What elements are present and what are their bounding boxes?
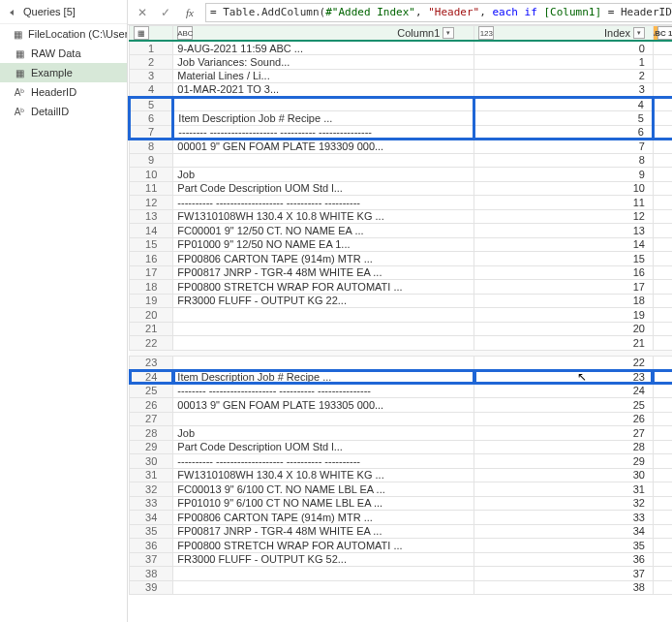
formula-input[interactable]: = Table.AddColumn(#"Added Index", "Heade…	[205, 3, 672, 22]
table-row[interactable]: 32 FC00013 9" 6/100 CT. NO NAME LBL EA .…	[130, 482, 673, 497]
cell-header[interactable]: null	[653, 55, 672, 70]
cell-index[interactable]: 23	[474, 370, 654, 385]
row-number[interactable]: 35	[130, 524, 173, 539]
row-number[interactable]: 37	[130, 552, 173, 567]
table-row[interactable]: 19-AUG-2021 11:59 ABC ...0null	[130, 41, 673, 55]
cell-column1[interactable]: -------- ------------------- ---------- …	[173, 125, 474, 140]
cell-index[interactable]: 27	[474, 426, 654, 441]
index-filter-icon[interactable]: ▾	[633, 27, 645, 39]
row-number[interactable]: 5	[130, 97, 173, 111]
cell-column1[interactable]: 00001 9" GEN FOAM PLATE 193309 000...	[173, 140, 474, 154]
cell-column1[interactable]: Part Code Description UOM Std l...	[173, 440, 474, 454]
row-number[interactable]: 27	[130, 412, 173, 426]
cell-index[interactable]: 13	[474, 224, 654, 238]
row-number[interactable]: 16	[130, 252, 173, 266]
row-number[interactable]: 12	[130, 196, 173, 210]
cell-column1[interactable]: Job	[173, 426, 474, 441]
table-row[interactable]: 10 Job9null	[130, 168, 673, 182]
cell-header[interactable]: null	[653, 265, 672, 280]
row-number[interactable]: 19	[130, 294, 173, 308]
cell-header[interactable]: 23	[653, 370, 672, 385]
cell-header[interactable]: null	[653, 336, 672, 351]
cell-column1[interactable]: ---------- ------------------- ---------…	[173, 454, 474, 469]
cell-column1[interactable]: FP00800 STRETCH WRAP FOR AUTOMATI ...	[173, 539, 474, 553]
cell-index[interactable]: 8	[474, 153, 654, 168]
table-row[interactable]: 2726null	[130, 412, 673, 426]
cell-column1[interactable]: 9-AUG-2021 11:59 ABC ...	[173, 41, 474, 55]
row-number[interactable]: 28	[130, 426, 173, 441]
row-number[interactable]: 22	[130, 336, 173, 351]
table-row[interactable]: 15 FP01000 9" 12/50 NO NAME EA 1...14nul…	[130, 237, 673, 252]
cell-column1[interactable]: FW1310108WH 130.4 X 10.8 WHITE KG ...	[173, 209, 474, 224]
table-row[interactable]: 25-------- ------------------- ---------…	[130, 384, 673, 398]
cell-index[interactable]: 1	[474, 55, 654, 70]
row-number[interactable]: 31	[130, 468, 173, 482]
cell-column1[interactable]: 00013 9" GEN FOAM PLATE 193305 000...	[173, 398, 474, 413]
cell-index[interactable]: 12	[474, 209, 654, 224]
query-item[interactable]: AᵇDetailID	[0, 102, 127, 121]
cell-column1[interactable]	[173, 412, 474, 426]
cell-column1[interactable]	[173, 356, 474, 370]
cell-index[interactable]: 35	[474, 539, 654, 553]
cell-column1[interactable]	[173, 336, 474, 351]
cell-header[interactable]: null	[653, 224, 672, 238]
cell-header[interactable]: null	[653, 412, 672, 426]
cell-column1[interactable]: FW1310108WH 130.4 X 10.8 WHITE KG ...	[173, 468, 474, 482]
cell-index[interactable]: 5	[474, 111, 654, 126]
cell-header[interactable]: null	[653, 294, 672, 308]
cell-index[interactable]: 19	[474, 308, 654, 323]
query-item[interactable]: ▦Example	[0, 63, 127, 82]
cell-header[interactable]: null	[653, 468, 672, 482]
row-number[interactable]: 29	[130, 440, 173, 454]
cell-column1[interactable]: FP00800 STRETCH WRAP FOR AUTOMATI ...	[173, 280, 474, 295]
row-number[interactable]: 36	[130, 539, 173, 553]
cell-index[interactable]: 28	[474, 440, 654, 454]
table-row[interactable]: 33 FP01010 9" 6/100 CT NO NAME LBL EA ..…	[130, 496, 673, 511]
cell-header[interactable]: null	[653, 196, 672, 210]
cell-header[interactable]: null	[653, 356, 672, 370]
column-header-header[interactable]: ABC 123 Header ▾	[653, 26, 672, 42]
table-row[interactable]: 28 Job27null	[130, 426, 673, 441]
cell-index[interactable]: 30	[474, 468, 654, 482]
cell-header[interactable]: null	[653, 482, 672, 497]
table-row[interactable]: 11 Part Code Description UOM Std l...10n…	[130, 181, 673, 196]
table-row[interactable]: 54null	[130, 97, 673, 111]
cell-header[interactable]: null	[653, 384, 672, 398]
cell-index[interactable]: 11	[474, 196, 654, 210]
cell-index[interactable]: 31	[474, 482, 654, 497]
cell-header[interactable]: null	[653, 426, 672, 441]
table-row[interactable]: 19 FR3000 FLUFF - OUTPUT KG 22...18null	[130, 294, 673, 308]
row-number[interactable]: 7	[130, 125, 173, 140]
cell-header[interactable]: null	[653, 322, 672, 336]
table-row[interactable]: 24Item Description Job # Recipe ...2323	[130, 370, 673, 385]
cell-header[interactable]: null	[653, 69, 672, 83]
row-number[interactable]: 1	[130, 41, 173, 55]
row-number[interactable]: 17	[130, 265, 173, 280]
cell-header[interactable]: null	[653, 209, 672, 224]
table-row[interactable]: 30 ---------- ------------------- ------…	[130, 454, 673, 469]
cell-column1[interactable]: FR3000 FLUFF - OUTPUT KG 22...	[173, 294, 474, 308]
cell-header[interactable]: null	[653, 237, 672, 252]
formula-accept-icon[interactable]: ✓	[157, 4, 174, 21]
table-row[interactable]: 2600013 9" GEN FOAM PLATE 193305 000...2…	[130, 398, 673, 413]
row-number[interactable]: 38	[130, 567, 173, 581]
cell-column1[interactable]: FP00806 CARTON TAPE (914m) MTR ...	[173, 252, 474, 266]
cell-column1[interactable]: FR3000 FLUFF - OUTPUT KG 52...	[173, 552, 474, 567]
table-row[interactable]: 2322null	[130, 356, 673, 370]
cell-header[interactable]: null	[653, 280, 672, 295]
cell-index[interactable]: 38	[474, 580, 654, 595]
row-number[interactable]: 15	[130, 237, 173, 252]
cell-header[interactable]: null	[653, 140, 672, 154]
row-number[interactable]: 14	[130, 224, 173, 238]
cell-index[interactable]: 17	[474, 280, 654, 295]
cell-index[interactable]: 18	[474, 294, 654, 308]
cell-index[interactable]: 37	[474, 567, 654, 581]
query-item[interactable]: ▦RAW Data	[0, 44, 127, 63]
cell-column1[interactable]: FP00817 JNRP - TGR-4 48M WHITE EA ...	[173, 524, 474, 539]
cell-index[interactable]: 26	[474, 412, 654, 426]
table-row[interactable]: 98null	[130, 153, 673, 168]
cell-header[interactable]: null	[653, 41, 672, 55]
cell-column1[interactable]	[173, 97, 474, 111]
cell-column1[interactable]: Part Code Description UOM Std l...	[173, 181, 474, 196]
row-number[interactable]: 21	[130, 322, 173, 336]
